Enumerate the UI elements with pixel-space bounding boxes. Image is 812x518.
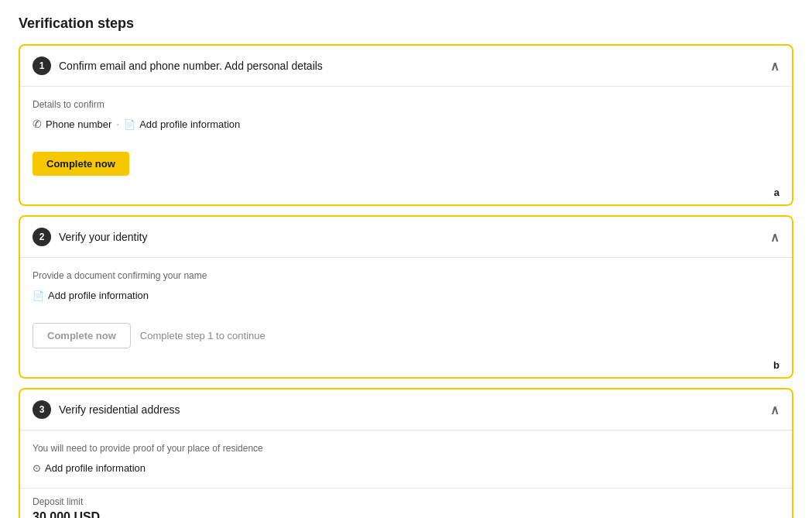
step-3-divider xyxy=(20,488,792,489)
step-1-detail-phone: Phone number xyxy=(33,118,111,130)
step-1-detail-profile: Add profile information xyxy=(124,118,240,130)
step-1-chevron-icon xyxy=(770,59,779,73)
doc-icon-2 xyxy=(33,289,44,301)
step-3-title: Verify residential address xyxy=(59,403,180,416)
step-2-complete-button[interactable]: Complete now xyxy=(33,323,131,348)
step-1-title: Confirm email and phone number. Add pers… xyxy=(59,60,323,72)
step-2-profile-label: Add profile information xyxy=(48,290,149,301)
step-3-details-row: Add profile information xyxy=(33,461,779,474)
step-1-details-row: Phone number · Add profile information xyxy=(33,118,779,130)
step-2-corner-label: b xyxy=(20,359,792,377)
step-3-detail-profile: Add profile information xyxy=(33,461,146,474)
step-2-footer: Complete now Complete step 1 to continue xyxy=(20,315,792,359)
step-card-1: 1 Confirm email and phone number. Add pe… xyxy=(19,44,793,206)
phone-icon xyxy=(33,118,42,130)
step-3-chevron-icon xyxy=(770,403,779,417)
step-3-header[interactable]: 3 Verify residential address xyxy=(20,389,792,431)
step-2-detail-profile: Add profile information xyxy=(33,289,149,301)
step-1-section-label: Details to confirm xyxy=(33,99,779,110)
step-1-separator: · xyxy=(116,118,119,130)
step-1-header[interactable]: 1 Confirm email and phone number. Add pe… xyxy=(20,46,792,87)
step-2-number: 2 xyxy=(33,228,51,246)
step-card-3: 3 Verify residential address You will ne… xyxy=(19,388,793,518)
step-1-profile-label: Add profile information xyxy=(139,118,240,130)
step-2-details-row: Add profile information xyxy=(33,289,779,301)
step-1-complete-button[interactable]: Complete now xyxy=(33,152,129,176)
step-2-section-label: Provide a document confirming your name xyxy=(33,270,779,281)
step-1-footer: Complete now xyxy=(20,144,792,187)
step-1-number: 1 xyxy=(33,57,51,75)
step-1-corner-label: a xyxy=(20,187,792,204)
deposit-label: Deposit limit xyxy=(33,496,779,507)
step-2-body: Provide a document confirming your name … xyxy=(20,258,792,315)
step-2-chevron-icon xyxy=(770,230,779,244)
step-3-body: You will need to provide proof of your p… xyxy=(20,431,792,488)
step-2-title: Verify your identity xyxy=(59,231,147,243)
step-2-header[interactable]: 2 Verify your identity xyxy=(20,217,792,258)
location-icon xyxy=(33,461,41,474)
deposit-section: Deposit limit 30 000 USD Depending on se… xyxy=(20,496,792,518)
step-3-profile-label: Add profile information xyxy=(45,462,146,474)
deposit-amount: 30 000 USD xyxy=(33,510,779,518)
doc-icon-1 xyxy=(124,118,135,130)
step-2-hint: Complete step 1 to continue xyxy=(140,330,266,341)
step-1-phone-label: Phone number xyxy=(46,118,111,130)
step-3-section-label: You will need to provide proof of your p… xyxy=(33,443,779,454)
step-card-2: 2 Verify your identity Provide a documen… xyxy=(19,215,793,379)
step-3-number: 3 xyxy=(33,400,51,419)
step-1-body: Details to confirm Phone number · Add pr… xyxy=(20,87,792,144)
page-title: Verification steps xyxy=(19,15,793,32)
